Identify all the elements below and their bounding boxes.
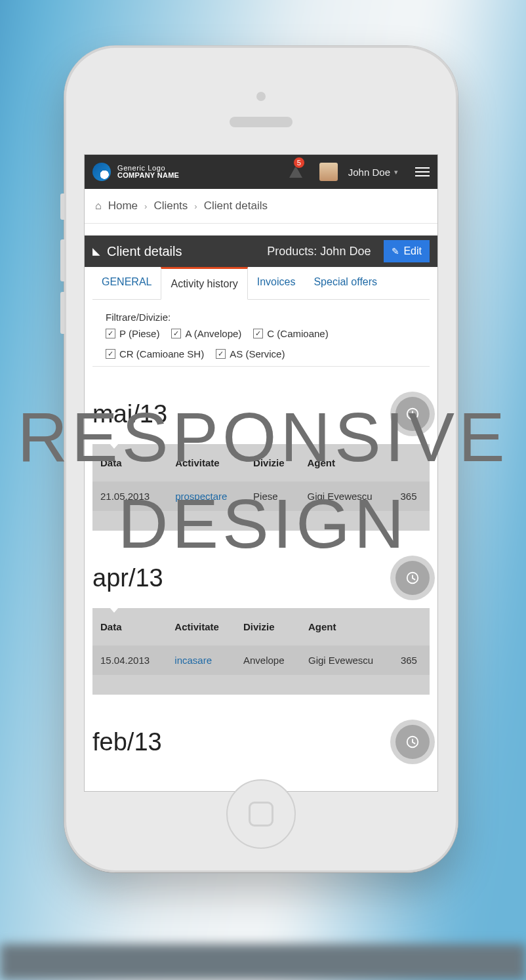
cell-agent: Gigi Evewescu xyxy=(300,645,393,675)
filter-a[interactable]: ✓A (Anvelope) xyxy=(171,328,241,339)
month-action-button[interactable] xyxy=(395,561,430,595)
month-heading: apr/13 xyxy=(92,564,395,592)
tabs: GENERAL Activity history Invoices Specia… xyxy=(92,267,430,300)
month-table-apr: Data Activitate Divizie Agent 15.04.2013… xyxy=(92,608,430,695)
home-button[interactable] xyxy=(226,779,296,849)
chevron-down-icon: ▾ xyxy=(394,168,398,176)
topbar: Generic Logo COMPANY NAME 5 John Doe ▾ xyxy=(85,155,437,189)
month-heading: mai/13 xyxy=(92,400,395,428)
phone-frame: Generic Logo COMPANY NAME 5 John Doe ▾ ⌂… xyxy=(64,46,458,872)
filters-label: Filtrare/Divizie: xyxy=(106,312,416,323)
cell-activitate: incasare xyxy=(167,645,235,675)
earpiece-camera xyxy=(256,92,266,101)
cell-value: 365 xyxy=(393,645,430,675)
chevron-right-icon: › xyxy=(144,201,147,211)
home-icon: ⌂ xyxy=(95,200,102,212)
notifications-icon[interactable]: 5 xyxy=(289,166,302,178)
home-square-icon xyxy=(249,802,273,827)
logo-icon xyxy=(92,163,111,181)
menu-button[interactable] xyxy=(415,167,430,176)
edit-label: Edit xyxy=(403,245,422,257)
tab-invoices[interactable]: Invoices xyxy=(248,267,305,299)
logo-text: Generic Logo COMPANY NAME xyxy=(117,165,179,179)
cell-data: 21.05.2013 xyxy=(92,481,167,511)
table-notch xyxy=(110,443,119,449)
month-header-apr: apr/13 xyxy=(92,561,430,595)
checkbox-icon: ✓ xyxy=(216,349,226,359)
cell-divizie: Anvelope xyxy=(235,645,300,675)
table-notch xyxy=(110,607,119,613)
user-menu[interactable]: John Doe ▾ xyxy=(348,167,398,178)
clock-icon xyxy=(405,407,420,421)
checkbox-icon: ✓ xyxy=(253,329,263,338)
screen: Generic Logo COMPANY NAME 5 John Doe ▾ ⌂… xyxy=(84,154,438,792)
clock-icon xyxy=(405,571,420,585)
panel-header: ◣ Client details Products: John Doe ✎ Ed… xyxy=(85,235,437,267)
cell-divizie: Piese xyxy=(245,481,299,511)
username-label: John Doe xyxy=(348,167,390,178)
side-button-volume-up xyxy=(60,239,64,281)
activity-link[interactable]: incasare xyxy=(174,655,212,666)
col-activitate: Activitate xyxy=(167,608,235,645)
col-agent: Agent xyxy=(300,444,393,481)
col-activitate: Activitate xyxy=(167,444,245,481)
breadcrumb-current: Client details xyxy=(204,199,268,213)
table-row: 15.04.2013 incasare Anvelope Gigi Evewes… xyxy=(92,645,430,675)
tab-general[interactable]: GENERAL xyxy=(92,267,161,299)
notification-badge: 5 xyxy=(293,157,305,169)
filters: Filtrare/Divizie: ✓P (Piese) ✓A (Anvelop… xyxy=(92,300,430,367)
month-action-button[interactable] xyxy=(395,725,430,759)
cell-agent: Gigi Evewescu xyxy=(300,481,393,511)
side-button-mute xyxy=(60,194,64,220)
cell-activitate: prospectare xyxy=(167,481,245,511)
month-table-may: Data Activitate Divizie Agent 21.05.2013… xyxy=(92,444,430,531)
breadcrumb: ⌂ Home › Clients › Client details xyxy=(85,189,437,224)
table-header-row: Data Activitate Divizie Agent xyxy=(92,608,430,645)
pencil-icon: ✎ xyxy=(392,246,399,256)
background-bottom-bar xyxy=(0,944,526,980)
filter-c[interactable]: ✓C (Camioane) xyxy=(253,328,328,339)
logo-line2: COMPANY NAME xyxy=(117,172,179,179)
month-header-feb: feb/13 xyxy=(92,725,430,759)
checkbox-icon: ✓ xyxy=(106,349,115,359)
col-data: Data xyxy=(92,608,167,645)
activity-link[interactable]: prospectare xyxy=(175,491,227,502)
filter-p[interactable]: ✓P (Piese) xyxy=(106,328,159,339)
tab-special-offers[interactable]: Special offers xyxy=(304,267,386,299)
month-heading: feb/13 xyxy=(92,728,395,756)
month-action-button[interactable] xyxy=(395,397,430,431)
cell-data: 15.04.2013 xyxy=(92,645,167,675)
filter-cr[interactable]: ✓CR (Camioane SH) xyxy=(106,348,204,359)
filter-as[interactable]: ✓AS (Service) xyxy=(216,348,285,359)
month-header-may: mai/13 xyxy=(92,397,430,431)
tab-activity-history[interactable]: Activity history xyxy=(161,267,247,300)
checkbox-icon: ✓ xyxy=(106,329,115,338)
cell-value: 365 xyxy=(392,481,430,511)
breadcrumb-clients[interactable]: Clients xyxy=(153,199,188,213)
clock-icon xyxy=(405,735,420,749)
table-header-row: Data Activitate Divizie Agent xyxy=(92,444,430,481)
bookmark-icon: ◣ xyxy=(92,245,100,257)
table-row: 21.05.2013 prospectare Piese Gigi Evewes… xyxy=(92,481,430,511)
edit-button[interactable]: ✎ Edit xyxy=(384,240,430,262)
col-data: Data xyxy=(92,444,167,481)
col-agent: Agent xyxy=(300,608,393,645)
side-button-volume-down xyxy=(60,292,64,334)
breadcrumb-home[interactable]: Home xyxy=(108,199,138,213)
col-divizie: Divizie xyxy=(235,608,300,645)
chevron-right-icon: › xyxy=(194,201,197,211)
checkbox-icon: ✓ xyxy=(171,329,181,338)
panel-title: Client details xyxy=(107,244,182,259)
speaker-grille xyxy=(230,117,293,127)
avatar[interactable] xyxy=(319,163,338,181)
panel-subtitle: Products: John Doe xyxy=(267,245,371,258)
col-divizie: Divizie xyxy=(245,444,299,481)
